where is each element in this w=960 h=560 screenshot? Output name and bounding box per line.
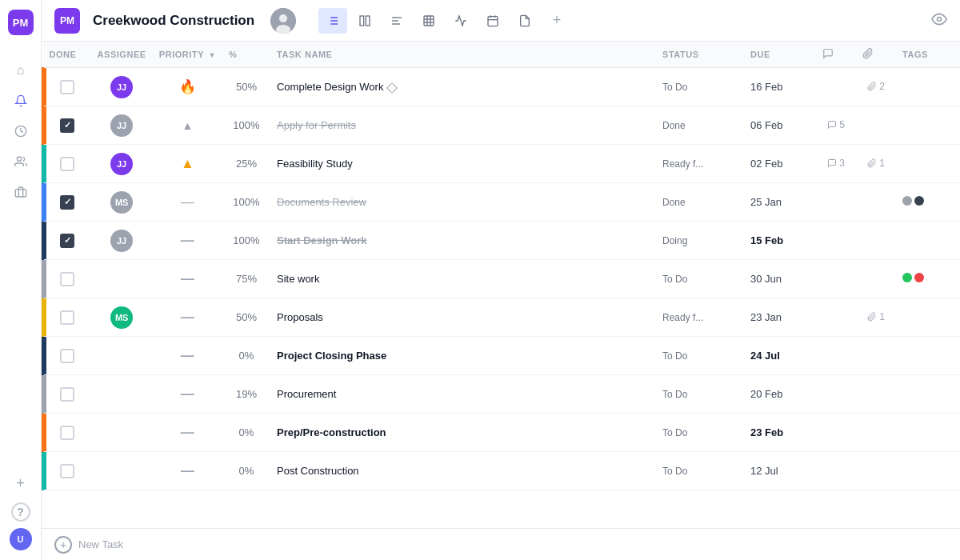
- done-checkbox[interactable]: [60, 387, 74, 402]
- cell-assignee: MS: [91, 298, 153, 337]
- project-logo: PM: [54, 8, 80, 34]
- cell-done: [43, 260, 91, 298]
- cell-task[interactable]: Feasibility Study: [270, 145, 656, 183]
- cell-due: 30 Jun: [744, 260, 816, 298]
- new-task-label: New Task: [78, 538, 123, 550]
- cell-task[interactable]: Start Design Work: [270, 222, 656, 260]
- toolbar-add-view-btn[interactable]: +: [542, 8, 571, 34]
- col-header-tags: TAGS: [896, 42, 960, 68]
- due-date: 15 Feb: [750, 234, 783, 246]
- cell-task[interactable]: Apply for Permits: [270, 106, 656, 145]
- assignee-avatar: JJ: [110, 153, 133, 175]
- sidebar-item-clock[interactable]: [8, 118, 34, 144]
- assignee-avatar: JJ: [110, 230, 133, 252]
- due-date: 23 Jan: [750, 311, 782, 323]
- comment-badge: 5: [827, 119, 845, 130]
- cell-task[interactable]: Procurement: [270, 375, 656, 414]
- cell-done: [43, 106, 91, 145]
- sidebar-item-users[interactable]: [8, 149, 34, 174]
- cell-due: 16 Feb: [744, 68, 816, 106]
- project-title: Creekwood Construction: [93, 13, 254, 29]
- cell-assignee: [91, 414, 153, 452]
- sidebar-item-bell[interactable]: [8, 88, 34, 114]
- task-name: Post Construction: [277, 465, 359, 477]
- done-checkbox[interactable]: [60, 349, 74, 363]
- table-row: — 0% Project Closing Phase To Do 24 Jul: [43, 337, 961, 375]
- cell-attach: [856, 260, 896, 298]
- diamond-icon: [386, 82, 398, 93]
- cell-comment: [816, 222, 856, 260]
- col-header-status: STATUS: [656, 42, 744, 68]
- toolbar-gantt-btn[interactable]: [382, 8, 411, 34]
- cell-due: 23 Jan: [744, 298, 816, 337]
- comment-badge: 3: [827, 158, 845, 169]
- task-name: Apply for Permits: [277, 119, 356, 131]
- tag-dot: [914, 273, 924, 282]
- status-badge: To Do: [662, 389, 687, 400]
- sidebar-help-button[interactable]: ?: [11, 502, 30, 522]
- due-date: 20 Feb: [750, 388, 782, 400]
- cell-attach: [856, 183, 896, 222]
- cell-comment: [816, 337, 856, 375]
- cell-assignee: JJ: [91, 68, 153, 106]
- task-name: Documents Review: [277, 196, 366, 208]
- toolbar-table-btn[interactable]: [414, 8, 443, 34]
- done-checkbox[interactable]: [60, 426, 74, 440]
- done-checkbox[interactable]: [60, 272, 74, 286]
- cell-due: 06 Feb: [744, 106, 816, 145]
- cell-task[interactable]: Project Closing Phase: [270, 337, 656, 375]
- cell-task[interactable]: Prep/Pre-construction: [270, 414, 656, 452]
- cell-task[interactable]: Proposals: [270, 298, 656, 337]
- task-table-wrapper: DONE ASSIGNEE PRIORITY ▼ % TASK NAME STA…: [42, 42, 960, 528]
- sidebar-item-home[interactable]: ⌂: [8, 58, 34, 83]
- done-checkbox[interactable]: [60, 234, 74, 248]
- toolbar-chart-btn[interactable]: [446, 8, 475, 34]
- toolbar-list-btn[interactable]: [318, 8, 347, 34]
- assignee-avatar: JJ: [110, 76, 133, 98]
- sidebar-item-briefcase[interactable]: [8, 179, 34, 205]
- toolbar-doc-btn[interactable]: [510, 8, 539, 34]
- new-task-row[interactable]: + New Task: [42, 528, 960, 560]
- done-checkbox[interactable]: [60, 118, 74, 133]
- user-avatar[interactable]: U: [10, 528, 32, 550]
- cell-tags: [896, 260, 960, 298]
- assignee-avatar: JJ: [110, 114, 133, 137]
- sidebar-add-button[interactable]: +: [8, 470, 34, 496]
- cell-priority: —: [153, 452, 222, 490]
- table-row: JJ ▲ 25% Feasibility Study Ready f... 02…: [43, 145, 961, 183]
- cell-comment: [816, 414, 856, 452]
- done-checkbox[interactable]: [60, 464, 74, 478]
- eye-button[interactable]: [931, 11, 947, 30]
- done-checkbox[interactable]: [60, 80, 74, 94]
- cell-status: Done: [656, 183, 744, 222]
- table-row: — 0% Post Construction To Do 12 Jul: [43, 452, 961, 490]
- priority-low-icon: ―: [181, 194, 194, 210]
- svg-rect-2: [15, 190, 26, 197]
- table-row: — 19% Procurement To Do 20 Feb: [43, 375, 961, 414]
- cell-priority: —: [153, 337, 222, 375]
- done-checkbox[interactable]: [60, 195, 74, 210]
- cell-task[interactable]: Site work: [270, 260, 656, 298]
- cell-priority: —: [153, 222, 222, 260]
- col-header-due: DUE: [744, 42, 816, 68]
- done-checkbox[interactable]: [60, 157, 74, 171]
- cell-task[interactable]: Documents Review: [270, 183, 656, 222]
- toolbar-columns-btn[interactable]: [350, 8, 379, 34]
- cell-tags: [896, 68, 960, 106]
- cell-task[interactable]: Complete Design Work: [270, 68, 656, 106]
- cell-due: 12 Jul: [744, 452, 816, 490]
- assignee-avatar: MS: [110, 191, 133, 214]
- cell-tags: [896, 375, 960, 414]
- cell-priority: —: [153, 414, 222, 452]
- cell-attach: [856, 337, 896, 375]
- task-table: DONE ASSIGNEE PRIORITY ▼ % TASK NAME STA…: [42, 42, 960, 490]
- toolbar-calendar-btn[interactable]: [478, 8, 507, 34]
- col-header-assignee[interactable]: ASSIGNEE: [91, 42, 153, 68]
- done-checkbox[interactable]: [60, 310, 74, 325]
- cell-status: To Do: [656, 260, 744, 298]
- col-header-priority[interactable]: PRIORITY ▼: [153, 42, 222, 68]
- cell-percent: 100%: [222, 222, 270, 260]
- cell-task[interactable]: Post Construction: [270, 452, 656, 490]
- cell-comment: [816, 68, 856, 106]
- task-name: Project Closing Phase: [277, 350, 386, 362]
